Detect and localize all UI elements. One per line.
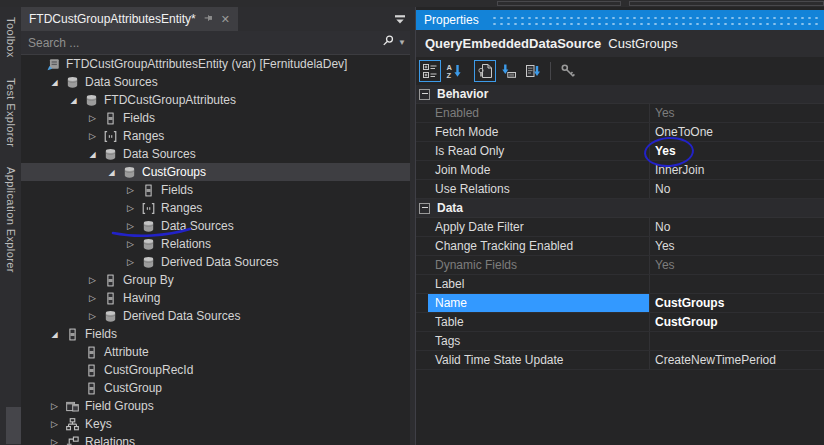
- tree-item-data-sources[interactable]: ◢Data Sources: [21, 145, 410, 163]
- tree-item-having[interactable]: ▷Having: [21, 289, 410, 307]
- property-row-use-relations[interactable]: Use RelationsNo: [416, 180, 824, 199]
- expander-expanded-icon[interactable]: ◢: [102, 168, 121, 177]
- property-row-join-mode[interactable]: Join ModeInnerJoin: [416, 161, 824, 180]
- expander-expanded-icon[interactable]: ◢: [45, 330, 64, 339]
- property-row-dynamic-fields[interactable]: Dynamic FieldsYes: [416, 256, 824, 275]
- property-value[interactable]: CustGroups: [650, 296, 824, 310]
- property-row-tags[interactable]: Tags: [416, 332, 824, 351]
- property-row-fetch-mode[interactable]: Fetch ModeOneToOne: [416, 123, 824, 142]
- expander-collapsed-icon[interactable]: ▷: [83, 275, 102, 285]
- expander-collapsed-icon[interactable]: ▷: [83, 311, 102, 321]
- property-row-change-tracking-enabled[interactable]: Change Tracking EnabledYes: [416, 237, 824, 256]
- property-name[interactable]: Name: [428, 294, 650, 312]
- tree-item-ftdcustgroupattributesentity-var-fernitudeladev[interactable]: FTDCustGroupAttributesEntity (var) [Fern…: [21, 55, 410, 73]
- property-name[interactable]: Tags: [428, 332, 650, 350]
- property-row-enabled[interactable]: EnabledYes: [416, 104, 824, 123]
- tree-item-fields[interactable]: ▷Fields: [21, 181, 410, 199]
- property-name[interactable]: Apply Date Filter: [428, 218, 650, 236]
- property-pages-button[interactable]: [474, 60, 496, 82]
- collapse-icon[interactable]: [419, 203, 430, 214]
- category-data[interactable]: Data: [416, 199, 824, 218]
- expander-collapsed-icon[interactable]: ▷: [121, 221, 140, 231]
- tree-item-attribute[interactable]: Attribute: [21, 343, 410, 361]
- property-row-valid-time-state-update[interactable]: Valid Time State UpdateCreateNewTimePeri…: [416, 351, 824, 370]
- expander-expanded-icon[interactable]: ◢: [45, 78, 64, 87]
- expander-collapsed-icon[interactable]: ▷: [83, 131, 102, 141]
- categorized-button[interactable]: [419, 60, 441, 82]
- magnifier-icon[interactable]: [381, 34, 395, 51]
- property-value[interactable]: CustGroup: [650, 315, 824, 329]
- expander-collapsed-icon[interactable]: ▷: [121, 185, 140, 195]
- property-name[interactable]: Fetch Mode: [428, 123, 650, 141]
- tree-item-fields[interactable]: ▷Fields: [21, 109, 410, 127]
- expander-collapsed-icon[interactable]: ▷: [83, 113, 102, 123]
- property-value[interactable]: Yes: [650, 106, 824, 120]
- tree-item-ranges[interactable]: ▷Ranges: [21, 199, 410, 217]
- expander-collapsed-icon[interactable]: ▷: [121, 203, 140, 213]
- tab-list-button[interactable]: [393, 12, 407, 26]
- tree-item-custgroups[interactable]: ◢CustGroups: [21, 163, 410, 181]
- scrollbar-thumb[interactable]: [6, 407, 21, 444]
- property-row-name[interactable]: NameCustGroups: [416, 294, 824, 313]
- collapse-icon[interactable]: [419, 89, 430, 100]
- sidebar-tab-toolbox[interactable]: Toolbox: [5, 17, 17, 58]
- search-input[interactable]: Search ...: [28, 36, 381, 50]
- property-name[interactable]: Table: [428, 313, 650, 331]
- properties-title-bar[interactable]: Properties: [416, 10, 824, 30]
- property-value[interactable]: Yes: [650, 144, 824, 158]
- property-row-is-read-only[interactable]: Is Read OnlyYes: [416, 142, 824, 161]
- document-tab[interactable]: FTDCustGroupAttributesEntity* ✕: [21, 7, 238, 31]
- pin-icon[interactable]: [203, 14, 214, 25]
- tree-item-keys[interactable]: ▷Keys: [21, 415, 410, 433]
- property-name[interactable]: Is Read Only: [428, 142, 650, 160]
- property-name[interactable]: Join Mode: [428, 161, 650, 179]
- category-behavior[interactable]: Behavior: [416, 85, 824, 104]
- sidebar-tab-application-explorer[interactable]: Application Explorer: [5, 167, 17, 273]
- tree-item-relations[interactable]: ▷Relations: [21, 235, 410, 253]
- tree-item-derived-data-sources[interactable]: ▷Derived Data Sources: [21, 307, 410, 325]
- expander-collapsed-icon[interactable]: ▷: [45, 437, 64, 445]
- expander-collapsed-icon[interactable]: ▷: [45, 401, 64, 411]
- key-button[interactable]: [557, 60, 579, 82]
- tree-item-data-sources[interactable]: ▷Data Sources: [21, 217, 410, 235]
- search-box[interactable]: Search ... ▼: [21, 31, 410, 55]
- property-name[interactable]: Change Tracking Enabled: [428, 237, 650, 255]
- alphabetical-sort-button[interactable]: AZ: [443, 60, 465, 82]
- expander-collapsed-icon[interactable]: ▷: [83, 293, 102, 303]
- dropdown-arrow-icon[interactable]: ▼: [398, 38, 406, 47]
- expander-collapsed-icon[interactable]: ▷: [45, 419, 64, 429]
- property-name[interactable]: Label: [428, 275, 650, 293]
- tree-item-group-by[interactable]: ▷Group By: [21, 271, 410, 289]
- property-value[interactable]: Yes: [650, 239, 824, 253]
- tree-item-fields[interactable]: ◢Fields: [21, 325, 410, 343]
- selected-object-row[interactable]: QueryEmbeddedDataSource CustGroups: [416, 30, 824, 57]
- expander-expanded-icon[interactable]: ◢: [64, 96, 83, 105]
- property-value[interactable]: CreateNewTimePeriod: [650, 353, 824, 367]
- property-value[interactable]: InnerJoin: [650, 163, 824, 177]
- tree-item-ranges[interactable]: ▷Ranges: [21, 127, 410, 145]
- tree-item-custgrouprecid[interactable]: CustGroupRecId: [21, 361, 410, 379]
- property-row-table[interactable]: TableCustGroup: [416, 313, 824, 332]
- tree-item-custgroup[interactable]: CustGroup: [21, 379, 410, 397]
- sidebar-tab-test-explorer[interactable]: Test Explorer: [5, 78, 17, 147]
- property-row-apply-date-filter[interactable]: Apply Date FilterNo: [416, 218, 824, 237]
- close-icon[interactable]: ✕: [221, 14, 230, 25]
- property-value[interactable]: No: [650, 220, 824, 234]
- property-name[interactable]: Use Relations: [428, 180, 650, 198]
- property-name[interactable]: Valid Time State Update: [428, 351, 650, 369]
- events-button[interactable]: [498, 60, 520, 82]
- tree-item-field-groups[interactable]: ▷Field Groups: [21, 397, 410, 415]
- property-value[interactable]: OneToOne: [650, 125, 824, 139]
- property-name[interactable]: Enabled: [428, 104, 650, 122]
- property-name[interactable]: Dynamic Fields: [428, 256, 650, 274]
- tree-item-derived-data-sources[interactable]: ▷Derived Data Sources: [21, 253, 410, 271]
- property-value[interactable]: No: [650, 182, 824, 196]
- messages-button[interactable]: [522, 60, 544, 82]
- property-value[interactable]: Yes: [650, 258, 824, 272]
- expander-collapsed-icon[interactable]: ▷: [121, 239, 140, 249]
- tree-item-ftdcustgroupattributes[interactable]: ◢FTDCustGroupAttributes: [21, 91, 410, 109]
- expander-collapsed-icon[interactable]: ▷: [121, 257, 140, 267]
- tree-item-data-sources[interactable]: ◢Data Sources: [21, 73, 410, 91]
- tree-item-relations[interactable]: ▷Relations: [21, 433, 410, 445]
- property-row-label[interactable]: Label: [416, 275, 824, 294]
